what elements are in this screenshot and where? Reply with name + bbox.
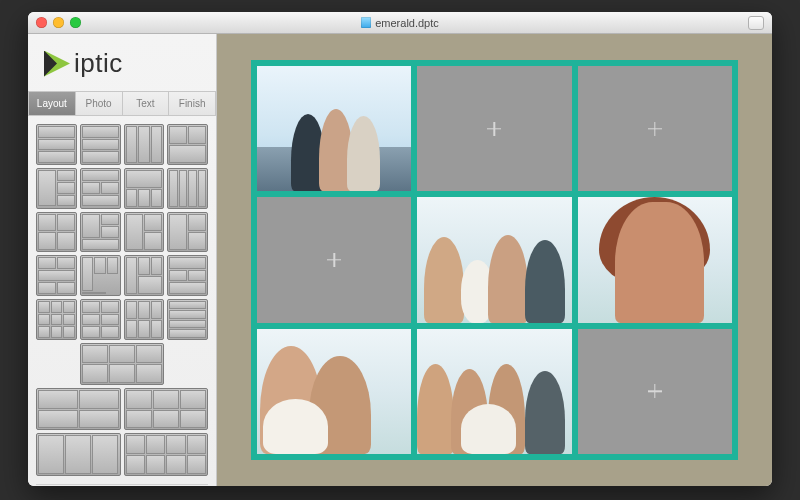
layout-thumb[interactable] [124,255,165,296]
layout-thumb[interactable] [167,255,208,296]
layout-thumb[interactable] [80,255,121,296]
window-body: iptic Layout Photo Text Finish [28,34,772,486]
layout-thumb[interactable] [36,124,77,165]
close-icon[interactable] [36,17,47,28]
collage-cell-empty[interactable] [257,197,411,322]
window-titlebar: emerald.dptc [28,12,772,34]
toolbar-toggle-button[interactable] [748,16,764,30]
window-title-group: emerald.dptc [28,17,772,29]
layout-thumb[interactable] [167,212,208,253]
collage-cell-empty[interactable] [417,66,571,191]
layout-thumb[interactable] [124,388,209,430]
layout-thumb[interactable] [36,255,77,296]
app-window: emerald.dptc iptic Layout Photo Text Fin… [28,12,772,486]
left-sidebar: iptic Layout Photo Text Finish [28,34,217,486]
zoom-icon[interactable] [70,17,81,28]
logo-glyph-icon [44,51,70,77]
layout-thumb[interactable] [80,343,165,385]
layout-thumb[interactable] [124,299,165,340]
layout-template-grid [36,124,208,476]
minimize-icon[interactable] [53,17,64,28]
tab-photo[interactable]: Photo [76,91,123,116]
layout-thumb[interactable] [36,168,77,209]
collage-cell[interactable] [417,329,571,454]
tab-finish[interactable]: Finish [169,91,216,116]
layout-thumb[interactable] [124,212,165,253]
collage-cell[interactable] [257,329,411,454]
section-label-jumbo: Jumbo [36,484,208,487]
collage-cell[interactable] [417,197,571,322]
layout-thumb[interactable] [36,299,77,340]
layout-thumb[interactable] [124,433,209,475]
collage-cell-empty[interactable] [578,329,732,454]
sidebar-tabs: Layout Photo Text Finish [28,91,216,116]
window-title: emerald.dptc [375,17,439,29]
collage-cell[interactable] [257,66,411,191]
tab-layout[interactable]: Layout [28,91,76,116]
layout-thumb[interactable] [124,124,165,165]
layout-thumb[interactable] [80,124,121,165]
layout-thumb[interactable] [80,212,121,253]
collage-grid [251,60,738,460]
layout-thumb[interactable] [36,433,121,475]
layout-thumb[interactable] [80,299,121,340]
layout-thumb[interactable] [167,124,208,165]
layout-thumb[interactable] [36,388,121,430]
layout-thumb[interactable] [167,168,208,209]
document-icon [361,17,371,28]
collage-cell[interactable] [578,197,732,322]
tab-text[interactable]: Text [123,91,170,116]
canvas-area [217,34,772,486]
collage-cell-empty[interactable] [578,66,732,191]
app-logo: iptic [28,34,216,91]
layout-thumb[interactable] [80,168,121,209]
layout-template-scroll[interactable]: Jumbo [28,116,216,486]
logo-text: iptic [74,48,123,79]
layout-thumb[interactable] [36,212,77,253]
window-traffic-lights [36,17,81,28]
layout-thumb[interactable] [124,168,165,209]
layout-thumb[interactable] [167,299,208,340]
